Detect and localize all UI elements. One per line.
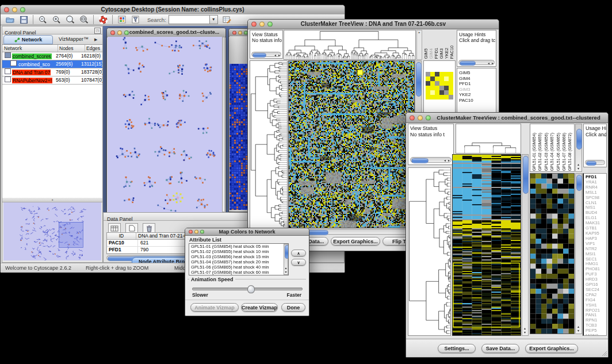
annotation-table-icon[interactable]: [221, 15, 233, 24]
matrix-cell[interactable]: [439, 86, 444, 90]
column-label[interactable]: GPL51-07 (GSM868): [561, 133, 567, 171]
dialog-title-bar[interactable]: Map Colors to Network: [185, 228, 309, 236]
matrix-cell[interactable]: [439, 72, 444, 76]
matrix-cell[interactable]: [430, 81, 435, 86]
gene-list-item[interactable]: PAC10: [459, 98, 496, 104]
minimize-icon[interactable]: [259, 22, 265, 27]
network-list-row[interactable]: DNA and Tran 07769(0)183728(0): [2, 68, 102, 76]
zoom-out-icon[interactable]: [37, 15, 48, 24]
matrix-cell[interactable]: [435, 76, 439, 81]
tab-vizmapper[interactable]: VizMapper™: [53, 35, 94, 44]
minimize-icon[interactable]: [194, 230, 198, 234]
matrix-cell[interactable]: [426, 86, 430, 90]
matrix-cell[interactable]: [426, 90, 430, 95]
gene-list-item[interactable]: GIM4: [459, 76, 496, 82]
close-icon[interactable]: [110, 30, 115, 35]
matrix-cell[interactable]: [444, 86, 449, 90]
animate-vizmap-button[interactable]: Animate Vizmap: [190, 303, 239, 312]
col-header-edges[interactable]: Edges: [85, 45, 102, 52]
tv2-heatmap-vscrollbar[interactable]: ▴▾: [522, 154, 529, 336]
column-label[interactable]: GPL51-04 (GSM857): [549, 133, 555, 171]
matrix-cell[interactable]: [430, 95, 435, 99]
matrix-cell[interactable]: [430, 86, 435, 90]
tv1-title-bar[interactable]: ClusterMaker TreeView : DNA and Tran 07-…: [248, 20, 499, 29]
zoom-window-icon[interactable]: [124, 30, 129, 35]
matrix-cell[interactable]: [439, 90, 444, 95]
matrix-cell[interactable]: [449, 72, 453, 76]
matrix-cell[interactable]: [439, 95, 444, 99]
tab-overflow-button[interactable]: ▶: [94, 35, 102, 44]
column-label[interactable]: PFD1: [434, 48, 439, 59]
column-label[interactable]: GIM4: [429, 48, 434, 59]
search-input[interactable]: [169, 15, 210, 24]
gene-list-item[interactable]: PFD1: [459, 81, 496, 87]
tab-network[interactable]: Network: [3, 35, 53, 44]
matrix-cell[interactable]: [430, 90, 435, 95]
gene-list-item[interactable]: GIM3: [459, 87, 496, 93]
network-window-1[interactable]: combined_scores_good.txt--cluste...: [106, 28, 226, 212]
matrix-cell[interactable]: [435, 72, 439, 76]
column-label[interactable]: YKE2: [444, 48, 449, 59]
matrix-cell[interactable]: [449, 81, 453, 86]
matrix-cell[interactable]: [439, 81, 444, 86]
matrix-cell[interactable]: [426, 72, 430, 76]
network-list-row[interactable]: combined_sco2569(6)13112(15): [2, 60, 102, 68]
matrix-cell[interactable]: [449, 90, 453, 95]
filter-icon[interactable]: [130, 15, 141, 24]
network-view-canvas[interactable]: [108, 37, 222, 212]
float-panel-icon[interactable]: ◳: [94, 28, 101, 34]
animation-speed-slider[interactable]: [192, 288, 303, 290]
close-icon[interactable]: [189, 230, 193, 234]
slider-thumb[interactable]: [247, 285, 255, 293]
move-down-button[interactable]: ∨: [291, 259, 306, 266]
column-label[interactable]: PAC10: [449, 45, 454, 59]
tv2-hints-scrollbar[interactable]: [585, 160, 605, 165]
matrix-cell[interactable]: [444, 95, 449, 99]
tv1-status-scrollbar[interactable]: ◂▸: [251, 52, 281, 57]
attribute-list-item[interactable]: GPL51-07 (GSM868) heat shock 60 min: [190, 270, 283, 275]
network-list-row[interactable]: RNAPuberNov2+!563(0)107847(0): [2, 76, 102, 85]
attribute-list-scrollbar[interactable]: ▴▾: [284, 244, 288, 275]
tv1-cluster-matrix[interactable]: [426, 72, 453, 99]
gene-list-item[interactable]: GIM5: [459, 70, 496, 76]
col-header-network[interactable]: Network: [2, 45, 58, 52]
zoom-selected-icon[interactable]: [64, 15, 76, 24]
tv2-cluster-heatmap-canvas[interactable]: [530, 173, 575, 334]
tv2-genelist-vscrollbar[interactable]: ▴▾: [575, 173, 582, 334]
matrix-cell[interactable]: [430, 76, 435, 81]
minimize-icon[interactable]: [418, 115, 423, 120]
gene-list-item[interactable]: MON2: [586, 334, 606, 336]
resize-grip-icon[interactable]: [601, 350, 607, 357]
help-lifesaver-icon[interactable]: [97, 15, 109, 24]
tv2-column-dendrogram-canvas[interactable]: [456, 124, 521, 154]
column-label[interactable]: GPL51-02 (GSM855): [537, 133, 543, 171]
matrix-cell[interactable]: [449, 76, 453, 81]
tv1-hints-scrollbar[interactable]: ◂▸: [458, 60, 495, 65]
open-file-icon[interactable]: [4, 15, 16, 24]
tv2-labels-vscrollbar[interactable]: ▴▾: [575, 124, 582, 172]
tv1-expression-heatmap-canvas[interactable]: [288, 60, 415, 228]
matrix-cell[interactable]: [444, 76, 449, 81]
close-icon[interactable]: [410, 115, 415, 120]
matrix-cell[interactable]: [430, 72, 435, 76]
tv2-title-bar[interactable]: ClusterMaker TreeView : combined_scores_…: [406, 113, 608, 123]
search-dropdown-icon[interactable]: ▼: [210, 15, 218, 24]
minimize-icon[interactable]: [12, 7, 17, 13]
gene-list-item[interactable]: YKE2: [459, 92, 496, 98]
close-icon[interactable]: [4, 7, 9, 13]
zoom-in-icon[interactable]: [51, 15, 62, 24]
matrix-cell[interactable]: [435, 90, 439, 95]
vizmapper-icon[interactable]: [116, 15, 128, 24]
tv1-export-graphics-button[interactable]: Export Graphics...: [331, 237, 380, 246]
matrix-cell[interactable]: [444, 81, 449, 86]
zoom-window-icon[interactable]: [20, 7, 25, 13]
column-label[interactable]: GPL51-06 (GSM865): [556, 133, 561, 171]
tv2-row-dendrogram-canvas[interactable]: [408, 167, 451, 336]
network-window-title-bar[interactable]: combined_scores_good.txt--cluste...: [107, 28, 225, 37]
matrix-cell[interactable]: [435, 86, 439, 90]
birdseye-view-canvas[interactable]: [3, 202, 101, 260]
main-title-bar[interactable]: Cytoscape Desktop (Session Name: collins…: [1, 5, 345, 15]
matrix-cell[interactable]: [444, 90, 449, 95]
zoom-window-icon[interactable]: [200, 230, 204, 234]
done-button[interactable]: Done: [281, 303, 305, 312]
